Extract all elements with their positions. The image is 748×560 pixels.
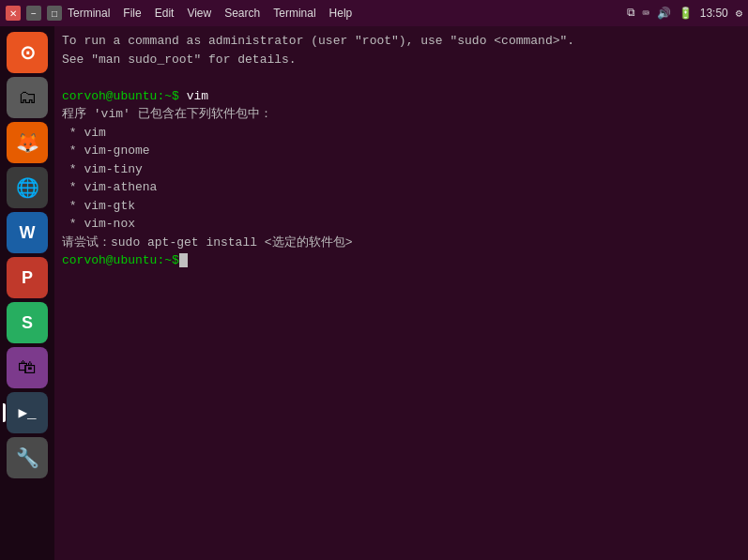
terminal-line5: * vim	[62, 126, 106, 140]
menu-terminal2[interactable]: Terminal	[273, 7, 315, 20]
terminal-cmd1: vim	[179, 89, 208, 103]
sidebar-item-terminal[interactable]: ▶_	[7, 392, 48, 433]
chromium-icon: 🌐	[16, 176, 39, 200]
ubuntu-icon: ⊙	[20, 41, 36, 64]
main-area: ⊙ 🗂 🦊 🌐 W P S 🛍 ▶_ 🔧 To run a co	[0, 26, 748, 560]
sidebar-item-wps-writer[interactable]: W	[7, 212, 48, 253]
keyboard-tray-icon: ⌨	[643, 7, 649, 21]
titlebar-left: ✕ − □ Terminal File Edit View Search Ter…	[6, 6, 352, 21]
terminal-line10: * vim-nox	[62, 217, 135, 231]
sidebar-item-browser[interactable]: 🦊	[7, 122, 48, 163]
settings-tray-icon[interactable]: ⚙	[736, 7, 742, 21]
terminal-content: To run a command as administrator (user …	[62, 32, 740, 554]
menu-help[interactable]: Help	[329, 7, 353, 20]
terminal-icon: ▶_	[18, 403, 36, 422]
titlebar-right: ⧉ ⌨ 🔊 🔋 13:50 ⚙	[627, 7, 743, 21]
terminal-line8: * vim-athena	[62, 180, 157, 194]
more-icon: 🔧	[16, 446, 39, 470]
terminal-line1: To run a command as administrator (user …	[62, 34, 574, 48]
terminal-line7: * vim-tiny	[62, 162, 143, 176]
clock: 13:50	[700, 7, 728, 20]
minimize-button[interactable]: −	[26, 6, 41, 21]
sidebar-item-store[interactable]: 🛍	[7, 347, 48, 388]
browser-icon: 🦊	[16, 131, 39, 155]
network-tray-icon: ⧉	[627, 7, 635, 20]
terminal-window[interactable]: To run a command as administrator (user …	[54, 26, 748, 560]
titlebar: ✕ − □ Terminal File Edit View Search Ter…	[0, 0, 748, 26]
terminal-cursor	[179, 253, 188, 267]
terminal-line4: 程序 'vim' 已包含在下列软件包中：	[62, 107, 272, 121]
maximize-button[interactable]: □	[47, 6, 62, 21]
files-icon: 🗂	[18, 86, 37, 109]
close-button[interactable]: ✕	[6, 6, 21, 21]
menu-edit[interactable]: Edit	[155, 7, 175, 20]
terminal-line11: 请尝试：sudo apt-get install <选定的软件包>	[62, 235, 352, 250]
sidebar-item-ubuntu[interactable]: ⊙	[7, 32, 48, 73]
sidebar-item-chromium[interactable]: 🌐	[7, 167, 48, 208]
wps-writer-icon: W	[20, 223, 36, 243]
menu-search[interactable]: Search	[224, 7, 260, 20]
sidebar-item-wps-pres[interactable]: P	[7, 257, 48, 298]
titlebar-menus: Terminal File Edit View Search Terminal …	[68, 7, 352, 20]
sidebar-item-wps-spread[interactable]: S	[7, 302, 48, 343]
terminal-line2: See "man sudo_root" for details.	[62, 53, 297, 67]
sidebar-item-files[interactable]: 🗂	[7, 77, 48, 118]
sidebar-item-more[interactable]: 🔧	[7, 437, 48, 478]
sidebar: ⊙ 🗂 🦊 🌐 W P S 🛍 ▶_ 🔧	[0, 26, 54, 560]
menu-terminal[interactable]: Terminal	[68, 7, 110, 20]
store-icon: 🛍	[18, 356, 37, 379]
battery-tray-icon: 🔋	[679, 7, 693, 21]
wps-presentation-icon: P	[22, 268, 33, 288]
menu-file[interactable]: File	[123, 7, 141, 20]
menu-view[interactable]: View	[187, 7, 211, 20]
audio-tray-icon: 🔊	[657, 7, 671, 21]
terminal-line6: * vim-gnome	[62, 144, 150, 158]
terminal-line9: * vim-gtk	[62, 199, 135, 213]
terminal-prompt1: corvoh@ubuntu:~$	[62, 89, 179, 103]
terminal-prompt2: corvoh@ubuntu:~$	[62, 253, 179, 267]
wps-spreadsheet-icon: S	[22, 313, 33, 333]
